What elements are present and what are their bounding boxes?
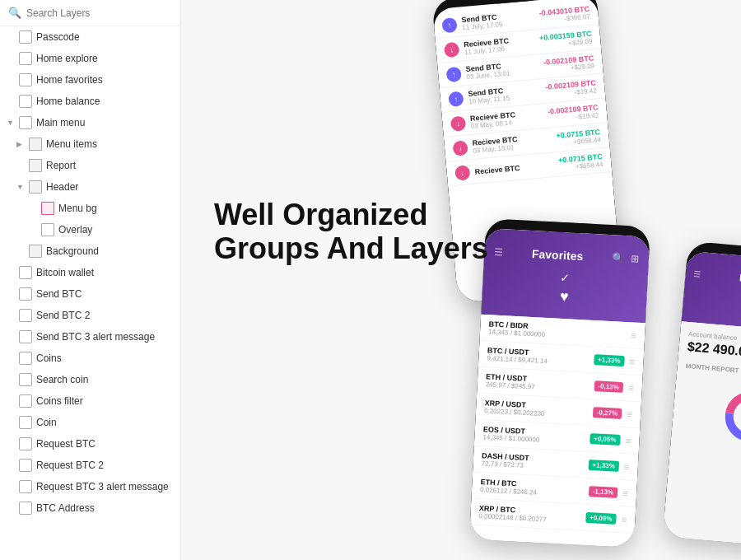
layer-item-search-coin[interactable]: Search coin [0, 369, 180, 390]
coin-left: XRP / BTC0.00002146 / $0.20277 [478, 504, 547, 523]
layer-label: Home balance [36, 96, 174, 107]
layer-label: Request BTC 3 alert message [36, 481, 174, 492]
layer-item-coin[interactable]: Coin [0, 412, 180, 433]
layer-type-icon [19, 330, 32, 343]
layer-type-icon [41, 223, 54, 236]
tx-info: Recieve BTC03 May, 13:01 [472, 135, 518, 155]
chevron-icon: ▼ [16, 183, 25, 191]
layer-label: Coins filter [36, 395, 174, 407]
layer-item-home-favorites[interactable]: Home favorites [0, 69, 180, 91]
layer-item-overlay[interactable]: Overlay [0, 219, 180, 240]
phone2-title: Favorites [532, 247, 584, 263]
layer-type-icon [29, 180, 42, 194]
tx-info: Recieve BTC [474, 163, 520, 175]
coin-left: ETH / BTC0.026112 / $246.24 [480, 478, 538, 497]
coin-menu-icon: ≡ [625, 435, 631, 446]
coin-change-badge: +1,33% [588, 460, 619, 472]
layer-list: PasscodeHome exploreHome favoritesHome b… [0, 26, 180, 560]
phone2-header-top: ☰ Favorites 🔍 ⊞ [494, 245, 640, 266]
layer-item-coins-filter[interactable]: Coins filter [0, 390, 180, 412]
coin-menu-icon: ≡ [627, 408, 633, 420]
layer-item-header[interactable]: ▼Header [0, 176, 180, 198]
layer-item-send-btc-3[interactable]: Send BTC 3 alert message [0, 326, 180, 348]
coin-list-phone2: BTC / BIDR14,345 / $1.000000≡BTC / USDT9… [469, 315, 645, 548]
chevron-icon: ▼ [7, 119, 15, 127]
layer-type-icon [19, 480, 32, 493]
coin-change-badge: -0,27% [592, 407, 622, 419]
tx-right: -0.043010 BTC-$396.07 [538, 5, 590, 25]
tx-right: +0.0715 BTC+$658.44 [556, 128, 601, 147]
layer-item-request-btc-2[interactable]: Request BTC 2 [0, 455, 180, 476]
layer-item-menu-items[interactable]: ▶Menu items [0, 133, 180, 155]
layer-type-icon [19, 266, 32, 279]
search-bar[interactable]: 🔍 [0, 0, 180, 26]
layer-item-request-btc[interactable]: Request BTC [0, 433, 180, 455]
layer-item-request-btc-3[interactable]: Request BTC 3 alert message [0, 476, 180, 497]
coin-left: ETH / USDT245.97 / $245.97 [486, 372, 536, 390]
balance-amount: $22 490.00 [687, 339, 741, 360]
layer-label: Background [46, 245, 174, 257]
phone-2: ☰ Favorites 🔍 ⊞ ✓ ♥ BTC / BIDR14,345 / $… [469, 218, 650, 548]
layer-label: Menu bg [58, 203, 174, 214]
layer-item-main-menu[interactable]: ▼Main menu [0, 112, 180, 133]
layer-type-icon [19, 30, 32, 44]
tx-info: Send BTC03 June, 13:01 [465, 62, 510, 82]
heart-icon-3: ♥ [690, 299, 741, 325]
layer-type-icon [19, 287, 32, 301]
layer-label: Menu items [46, 138, 174, 150]
coin-change-badge: +0,05% [590, 433, 621, 446]
coin-menu-icon: ≡ [631, 329, 637, 341]
tx-info: Send BTC11 July, 17:05 [461, 12, 503, 31]
layer-label: Send BTC [36, 288, 174, 300]
phone3-nav: ‹ [663, 546, 741, 549]
layer-label: Coins [36, 352, 174, 364]
layer-type-icon [19, 73, 32, 86]
check-icon: ✓ [560, 271, 571, 285]
layer-item-bitcoin-wallet[interactable]: Bitcoin wallet [0, 262, 180, 283]
layer-type-icon [19, 373, 32, 386]
layer-label: Send BTC 2 [36, 310, 174, 321]
tx-info: Recieve BTC03 May, 08:14 [470, 110, 516, 130]
layer-item-send-btc-2[interactable]: Send BTC 2 [0, 305, 180, 326]
hero-text: Well Organized Groups And Layers [214, 198, 488, 266]
search-icon-phone2: 🔍 [612, 252, 625, 264]
layer-item-coins[interactable]: Coins [0, 348, 180, 369]
send-arrow: ↑ [448, 91, 464, 107]
layer-label: Overlay [58, 224, 174, 236]
layer-type-icon [19, 502, 32, 515]
phone2-header: ☰ Favorites 🔍 ⊞ ✓ ♥ [481, 228, 650, 323]
layer-label: Bitcoin wallet [36, 267, 174, 278]
layer-item-background[interactable]: Background [0, 240, 180, 262]
coin-menu-icon: ≡ [623, 461, 630, 473]
hamburger-icon: ☰ [494, 246, 504, 259]
layer-item-send-btc[interactable]: Send BTC [0, 283, 180, 305]
search-icon: 🔍 [8, 7, 21, 19]
coin-right: +0,09%≡ [585, 511, 627, 525]
coin-right: +1,33%≡ [594, 354, 636, 368]
coin-left: BTC / BIDR14,345 / $1.000000 [488, 320, 546, 338]
tx-info: Recieve BTC11 July, 17:06 [464, 36, 510, 56]
coin-menu-icon: ≡ [622, 488, 629, 499]
layer-label: BTC Address [36, 502, 174, 514]
layer-type-icon [29, 245, 42, 258]
layer-item-report[interactable]: Report [0, 155, 180, 176]
search-layers-input[interactable] [26, 7, 172, 19]
layer-label: Search coin [36, 374, 174, 385]
phone3-screen: ☰ Favorites ⚙ ✓ ♥ Account balance $22 49… [663, 251, 741, 550]
layer-label: Report [46, 160, 174, 171]
phone2-icons: 🔍 ⊞ [612, 252, 640, 265]
chart-placeholder [723, 390, 741, 443]
layer-item-passcode[interactable]: Passcode [0, 26, 180, 48]
phone2-screen: ☰ Favorites 🔍 ⊞ ✓ ♥ BTC / BIDR14,345 / $… [469, 228, 650, 548]
layer-type-icon [29, 138, 42, 151]
layer-item-menu-bg[interactable]: Menu bg [0, 198, 180, 219]
coin-right: -0,13%≡ [594, 380, 634, 394]
layer-item-btc-address[interactable]: BTC Address [0, 497, 180, 519]
layer-type-icon [19, 394, 32, 408]
layer-item-home-explore[interactable]: Home explore [0, 48, 180, 69]
left-panel: 🔍 PasscodeHome exploreHome favoritesHome… [0, 0, 181, 560]
phone3-body: Account balance $22 490.00 WITHDRA... MO… [663, 321, 741, 549]
layer-label: Main menu [36, 117, 174, 128]
hero-line2: Groups And Layers [214, 231, 488, 265]
layer-item-home-balance[interactable]: Home balance [0, 91, 180, 112]
